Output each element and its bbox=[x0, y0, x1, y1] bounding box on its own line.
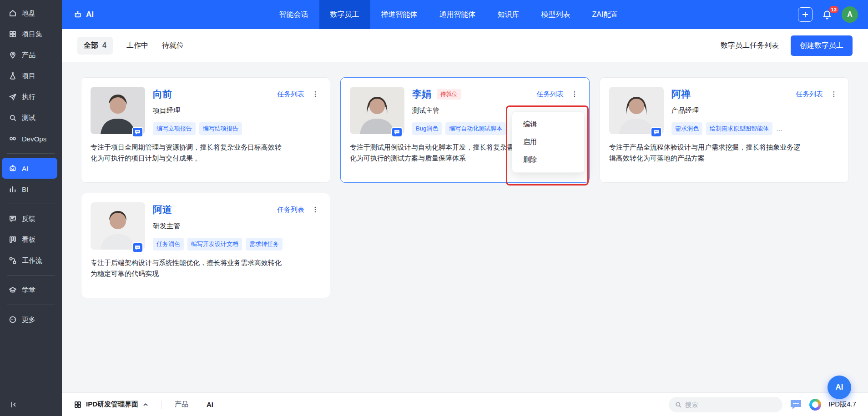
sidebar-item-label: 反馈 bbox=[22, 215, 35, 223]
kanban-board-icon bbox=[9, 236, 17, 244]
sidebar-item-bi[interactable]: BI bbox=[0, 179, 62, 200]
employee-photo bbox=[350, 87, 404, 134]
topbar: AI 智能会话 数字员工 禅道智能体 通用智能体 知识库 模型列表 ZAI配置 … bbox=[62, 0, 868, 29]
test-search-icon bbox=[9, 114, 17, 122]
sidebar-item-devops[interactable]: DevOps bbox=[0, 128, 62, 149]
task-list-link[interactable]: 任务列表 bbox=[796, 90, 823, 99]
sidebar-item-school[interactable]: 学堂 bbox=[0, 280, 62, 301]
sidebar-item-more[interactable]: 更多 bbox=[0, 309, 62, 330]
project-flask-icon bbox=[9, 72, 17, 80]
sidebar-divider bbox=[7, 153, 55, 154]
user-avatar[interactable]: A bbox=[842, 6, 858, 23]
sidebar-item-project[interactable]: 项目 bbox=[0, 65, 62, 86]
ai-robot-icon bbox=[74, 10, 82, 19]
workspace-name: IPD研发管理界面 bbox=[86, 400, 138, 409]
more-menu-button[interactable] bbox=[310, 89, 321, 99]
ai-robot-icon bbox=[9, 164, 17, 172]
tab-all[interactable]: 全部 4 bbox=[77, 37, 113, 55]
footer-bar: IPD研发管理界面 产品 AI IPD版4.7 bbox=[62, 392, 868, 416]
employee-card: 阿道 任务列表 研发主管 任务润色 编写开发设计文档 需求转任务 bbox=[81, 193, 330, 298]
search-input[interactable] bbox=[685, 401, 777, 408]
menu-item-delete[interactable]: 删除 bbox=[512, 151, 584, 169]
workspace-switcher[interactable]: IPD研发管理界面 bbox=[74, 400, 149, 409]
footer-right: IPD版4.7 bbox=[669, 397, 856, 412]
footer-divider bbox=[161, 401, 162, 409]
menu-zai-config[interactable]: ZAI配置 bbox=[581, 0, 629, 29]
sidebar-item-qa[interactable]: 测试 bbox=[0, 107, 62, 128]
sidebar-item-product[interactable]: 产品 bbox=[0, 45, 62, 65]
chevron-up-icon bbox=[142, 401, 149, 408]
employee-description: 专注于项目全周期管理与资源协调，擅长将复杂业务目标高效转 化为可执行的项目计划与… bbox=[91, 142, 321, 164]
topbar-actions: 13 A bbox=[798, 6, 858, 23]
menu-digital-employee[interactable]: 数字员工 bbox=[319, 0, 370, 29]
zentao-logo bbox=[809, 399, 821, 411]
menu-item-edit[interactable]: 编辑 bbox=[512, 115, 584, 133]
menu-general-agent[interactable]: 通用智能体 bbox=[429, 0, 487, 29]
plus-icon bbox=[801, 10, 809, 19]
topbar-menu: 智能会话 数字员工 禅道智能体 通用智能体 知识库 模型列表 ZAI配置 bbox=[268, 0, 629, 29]
chat-bubble-icon[interactable] bbox=[651, 127, 662, 137]
create-digital-employee-button[interactable]: 创建数字员工 bbox=[791, 35, 853, 56]
tab-all-count: 4 bbox=[102, 41, 106, 50]
content-area: 向前 任务列表 项目经理 编写立项报告 编写结项报告 bbox=[62, 62, 868, 392]
chat-bubble-icon[interactable] bbox=[391, 127, 403, 137]
task-list-link[interactable]: 任务列表 bbox=[536, 90, 564, 99]
menu-zentao-agent[interactable]: 禅道智能体 bbox=[370, 0, 429, 29]
sidebar-item-label: 看板 bbox=[22, 236, 35, 244]
skill-tag: 编写立项报告 bbox=[153, 122, 196, 135]
more-menu-button[interactable] bbox=[310, 205, 321, 215]
tab-waiting[interactable]: 待就位 bbox=[162, 41, 184, 50]
more-menu-button[interactable] bbox=[828, 89, 839, 99]
employee-card-grid: 向前 任务列表 项目经理 编写立项报告 编写结项报告 bbox=[81, 77, 849, 298]
sidebar-item-ai[interactable]: AI bbox=[2, 158, 57, 179]
sidebar-item-feedback[interactable]: 反馈 bbox=[0, 208, 62, 229]
product-pin-icon bbox=[9, 51, 17, 59]
employee-photo bbox=[91, 202, 145, 250]
collapse-sidebar-icon[interactable] bbox=[9, 401, 17, 409]
ai-assistant-fab[interactable]: AI bbox=[828, 376, 851, 399]
digital-employee-task-list-link[interactable]: 数字员工任务列表 bbox=[721, 41, 779, 50]
sidebar-item-workflow[interactable]: 工作流 bbox=[0, 250, 62, 271]
menu-smart-chat[interactable]: 智能会话 bbox=[268, 0, 319, 29]
more-circle-icon bbox=[9, 316, 17, 324]
employee-name: 阿道 bbox=[153, 203, 172, 216]
school-cap-icon bbox=[9, 286, 17, 294]
breadcrumb-current[interactable]: AI bbox=[207, 401, 213, 408]
feedback-chat-icon[interactable] bbox=[790, 399, 802, 410]
sidebar-item-execution[interactable]: 执行 bbox=[0, 86, 62, 107]
notifications-button[interactable]: 13 bbox=[822, 9, 833, 20]
filter-toolbar: 全部 4 工作中 待就位 数字员工任务列表 创建数字员工 bbox=[62, 29, 868, 62]
menu-knowledge-base[interactable]: 知识库 bbox=[487, 0, 530, 29]
skill-tag: Bug润色 bbox=[412, 122, 442, 135]
topbar-brand-label: AI bbox=[86, 10, 94, 19]
sidebar-item-label: 执行 bbox=[22, 93, 35, 101]
employee-card: 向前 任务列表 项目经理 编写立项报告 编写结项报告 bbox=[81, 77, 330, 183]
employee-name: 阿禅 bbox=[671, 88, 691, 100]
chat-bubble-icon[interactable] bbox=[132, 242, 143, 253]
sidebar-item-label: 地盘 bbox=[22, 9, 35, 18]
menu-model-list[interactable]: 模型列表 bbox=[530, 0, 581, 29]
context-menu: 编辑 启用 删除 bbox=[512, 111, 585, 173]
home-icon bbox=[9, 9, 17, 17]
sidebar-item-home[interactable]: 地盘 bbox=[0, 3, 62, 24]
sidebar-divider bbox=[7, 305, 55, 305]
menu-item-enable[interactable]: 启用 bbox=[512, 133, 584, 151]
add-button[interactable] bbox=[798, 7, 812, 22]
search-box bbox=[669, 397, 782, 412]
more-menu-button[interactable] bbox=[569, 89, 580, 99]
chat-bubble-icon[interactable] bbox=[132, 127, 143, 137]
sidebar-item-kanban[interactable]: 看板 bbox=[0, 229, 62, 250]
skill-tags: 任务润色 编写开发设计文档 需求转任务 bbox=[153, 238, 321, 251]
skill-tag: 需求转任务 bbox=[246, 238, 283, 251]
breadcrumb-product[interactable]: 产品 bbox=[175, 400, 188, 409]
sidebar-item-label: 学堂 bbox=[22, 286, 35, 295]
skill-tag: 需求润色 bbox=[671, 122, 702, 135]
task-list-link[interactable]: 任务列表 bbox=[277, 90, 304, 99]
employee-name: 李娟 bbox=[412, 88, 431, 100]
sidebar-item-program[interactable]: 项目集 bbox=[0, 24, 62, 45]
tab-working[interactable]: 工作中 bbox=[126, 41, 148, 50]
task-list-link[interactable]: 任务列表 bbox=[277, 205, 304, 214]
search-icon bbox=[675, 401, 682, 408]
skill-tag: 编写开发设计文档 bbox=[187, 238, 242, 251]
sidebar-item-label: 更多 bbox=[22, 316, 35, 324]
